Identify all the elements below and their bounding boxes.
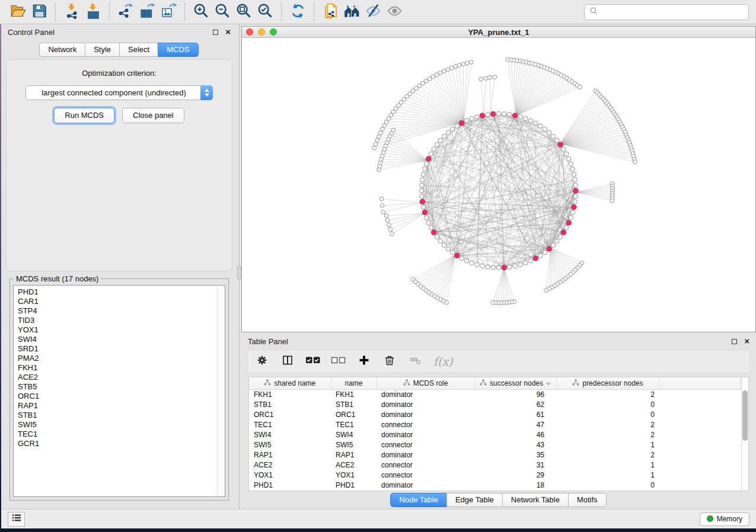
mcds-result-item[interactable]: TID3	[18, 316, 217, 325]
graph-satellite-node[interactable]	[374, 142, 378, 146]
optimization-criterion-dropdown[interactable]: largest connected component (undirected)	[25, 85, 213, 100]
table-cell[interactable]: 1	[556, 460, 659, 470]
task-history-button[interactable]	[8, 512, 25, 527]
mcds-result-item[interactable]: FKH1	[18, 363, 217, 373]
table-cell[interactable]: dominator	[377, 430, 474, 440]
graph-node[interactable]	[491, 265, 495, 270]
tab-motifs[interactable]: Motifs	[568, 493, 607, 507]
graph-node[interactable]	[450, 127, 454, 131]
graph-satellite-node[interactable]	[384, 214, 388, 218]
network-graph[interactable]	[242, 38, 756, 332]
graph-satellite-node[interactable]	[491, 300, 495, 305]
graph-node[interactable]	[558, 235, 562, 239]
graph-node[interactable]	[543, 250, 547, 254]
graph-node[interactable]	[573, 183, 578, 187]
table-row[interactable]: SWI4SWI4dominator462	[249, 430, 741, 440]
mcds-result-item[interactable]: SWI5	[18, 420, 217, 430]
graph-node[interactable]	[573, 178, 577, 182]
graph-node[interactable]	[524, 117, 528, 121]
mcds-result-item[interactable]: STP4	[18, 306, 217, 316]
graph-hub-node[interactable]	[547, 246, 551, 251]
graph-satellite-node[interactable]	[578, 85, 582, 89]
import-table-button[interactable]	[82, 2, 104, 22]
graph-satellite-node[interactable]	[385, 218, 390, 222]
table-cell[interactable]: dominator	[377, 409, 474, 419]
mcds-result-item[interactable]: SWI4	[18, 335, 217, 344]
mcds-result-item[interactable]: GCR1	[18, 439, 217, 448]
table-cell[interactable]: YOX1	[331, 470, 377, 480]
table-cell[interactable]: TEC1	[249, 419, 331, 430]
table-cell[interactable]: YOX1	[249, 470, 331, 480]
graph-satellite-node[interactable]	[387, 223, 391, 227]
network-canvas[interactable]	[242, 38, 755, 332]
table-scrollbar[interactable]	[741, 377, 748, 491]
table-float-panel-icon[interactable]	[732, 339, 737, 344]
table-row[interactable]: TEC1TEC1connector472	[249, 419, 741, 430]
close-panel-button[interactable]: Close panel	[122, 108, 184, 123]
graph-satellite-node[interactable]	[378, 131, 382, 135]
graph-node[interactable]	[419, 188, 423, 193]
graph-node[interactable]	[562, 147, 566, 151]
graph-satellite-node[interactable]	[469, 60, 473, 65]
tab-mcds[interactable]: MCDS	[158, 43, 198, 57]
graph-satellite-node[interactable]	[454, 65, 458, 69]
table-row[interactable]: STB1STB1dominator620	[249, 399, 741, 409]
table-cell[interactable]: dominator	[377, 389, 474, 399]
table-cell[interactable]: dominator	[377, 450, 474, 460]
graph-node[interactable]	[446, 130, 450, 134]
table-cell[interactable]: 18	[474, 480, 556, 491]
graph-node[interactable]	[538, 254, 543, 258]
splitter-grip[interactable]	[237, 266, 241, 279]
graph-satellite-node[interactable]	[380, 204, 384, 208]
graph-hub-node[interactable]	[561, 230, 566, 235]
table-cell[interactable]: connector	[377, 460, 474, 470]
graph-node[interactable]	[547, 130, 551, 134]
network-window-titlebar[interactable]: YPA_prune.txt_1	[242, 27, 755, 38]
graph-satellite-node[interactable]	[411, 277, 415, 281]
tab-network[interactable]: Network	[39, 43, 85, 57]
mcds-result-item[interactable]: TEC1	[18, 430, 217, 439]
table-row[interactable]: ORC1ORC1dominator610	[249, 409, 741, 419]
table-cell[interactable]: 62	[474, 399, 556, 409]
clear-selection-button[interactable]	[331, 354, 346, 368]
graph-node[interactable]	[496, 265, 500, 270]
graph-node[interactable]	[421, 172, 425, 177]
graph-satellite-node[interactable]	[449, 66, 454, 70]
graph-node[interactable]	[475, 262, 479, 267]
graph-hub-node[interactable]	[420, 199, 425, 204]
graph-node[interactable]	[480, 264, 484, 268]
table-cell[interactable]: SWI4	[249, 430, 331, 440]
graph-node[interactable]	[486, 113, 490, 117]
dropdown-spinner-icon[interactable]	[200, 85, 213, 100]
column-header-MCDS-role[interactable]: MCDS role	[377, 377, 474, 389]
zoom-selected-button[interactable]	[254, 2, 276, 22]
table-cell[interactable]: dominator	[377, 399, 474, 409]
graph-node[interactable]	[423, 167, 427, 171]
table-cell[interactable]: FKH1	[249, 389, 331, 399]
graph-node[interactable]	[524, 261, 528, 265]
graph-node[interactable]	[435, 235, 439, 239]
mcds-result-item[interactable]: YOX1	[18, 325, 217, 335]
graph-node[interactable]	[528, 118, 532, 123]
table-cell[interactable]: ACE2	[249, 460, 331, 470]
table-cell[interactable]: 0	[556, 399, 659, 409]
table-row[interactable]: RAP1RAP1dominator352	[249, 450, 741, 460]
tab-network-table[interactable]: Network Table	[502, 493, 569, 507]
graph-node[interactable]	[450, 250, 454, 254]
graph-node[interactable]	[426, 220, 430, 225]
save-session-button[interactable]	[28, 2, 50, 22]
graph-satellite-node[interactable]	[488, 75, 492, 79]
table-cell[interactable]: connector	[377, 440, 474, 450]
graph-node[interactable]	[573, 194, 578, 198]
graph-node[interactable]	[420, 194, 424, 198]
tab-edge-table[interactable]: Edge Table	[446, 493, 503, 507]
zoom-fit-button[interactable]	[233, 2, 254, 22]
graph-satellite-node[interactable]	[446, 68, 450, 72]
export-table-button[interactable]	[136, 2, 158, 22]
table-cell[interactable]: 43	[474, 440, 556, 450]
table-cell[interactable]: 31	[474, 460, 556, 470]
graph-satellite-node[interactable]	[438, 71, 442, 75]
table-cell[interactable]: 1	[556, 440, 659, 450]
graph-satellite-node[interactable]	[390, 232, 394, 236]
table-cell[interactable]: 0	[556, 480, 659, 491]
